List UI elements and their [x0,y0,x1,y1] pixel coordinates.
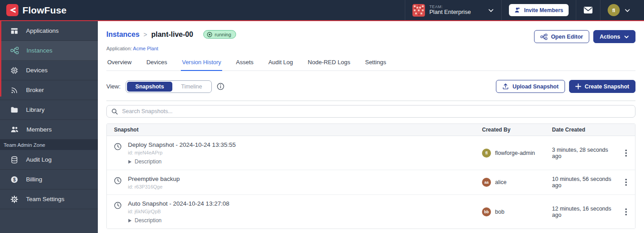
devices-icon [10,66,18,75]
flowfuse-logo[interactable]: FlowFuse [6,4,66,16]
main-content: Instances > plant-live-00 running Open E… [98,21,644,233]
create-snapshot-label: Create Snapshot [585,84,629,90]
kebab-icon [625,149,627,157]
table-row[interactable]: Deploy Snapshot - 2024-10-24 13:35:55 id… [107,136,635,170]
sidebar-item-members[interactable]: Members [0,120,98,140]
tab-node-red-logs[interactable]: Node-RED Logs [307,59,351,70]
date-created: 12 minutes, 16 seconds ago [552,195,617,229]
instance-tabs: Overview Devices Version History Assets … [106,59,635,71]
toggle-snapshots[interactable]: Snapshots [127,82,173,92]
sidebar-nav: Applications Instances Devices Broker Li… [0,21,98,233]
table-row[interactable]: Auto Snapshot - 2024-10-24 13:27:08 id: … [107,195,635,229]
breadcrumb: Instances > plant-live-00 running [106,30,236,39]
snapshot-title: Deploy Snapshot - 2024-10-24 13:35:55 [128,141,236,148]
creator-avatar: bb [482,207,491,216]
instances-icon [10,46,19,55]
status-badge-label: running [215,32,231,37]
clock-icon [114,202,122,209]
sidebar-item-label: Billing [26,176,42,183]
create-snapshot-button[interactable]: Create Snapshot [569,80,635,93]
application-link[interactable]: Acme Plant [133,46,158,51]
tab-audit-log[interactable]: Audit Log [267,59,294,70]
status-badge: running [203,30,236,39]
description-label: Description [135,158,162,165]
invite-members-button[interactable]: Invite Members [509,4,569,16]
snapshot-search [106,105,635,118]
clock-icon [114,143,122,150]
team-selector[interactable]: TEAM: Plant Enterprise [405,0,501,20]
sidebar-item-audit-log[interactable]: Audit Log [0,150,98,170]
gear-icon [10,195,18,203]
creator-name: alice [495,179,507,185]
sidebar-item-label: Instances [26,47,53,54]
chevron-down-icon [624,34,629,40]
sidebar-item-billing[interactable]: $ Billing [0,170,98,189]
sidebar-item-team-settings[interactable]: Team Settings [0,189,98,209]
sidebar-item-broker[interactable]: Broker [0,80,98,100]
tab-devices[interactable]: Devices [145,59,168,70]
breadcrumb-separator: > [144,31,147,38]
date-created: 10 minutes, 56 seconds ago [552,170,617,194]
column-header-created-by: Created By [482,127,552,133]
sidebar-item-label: Devices [26,67,48,74]
description-expander[interactable]: Description [128,217,229,224]
table-header: Snapshot Created By Date Created [107,124,635,136]
column-header-date-created: Date Created [552,127,617,133]
team-admin-zone-label: Team Admin Zone [0,140,98,150]
column-header-snapshot: Snapshot [107,127,482,133]
sidebar-item-label: Team Settings [26,196,65,202]
tab-assets[interactable]: Assets [235,59,254,70]
sidebar-item-devices[interactable]: Devices [0,61,98,80]
table-row[interactable]: Preemptive backup id: r63P316Qge aa alic… [107,170,635,195]
plus-icon [575,84,581,89]
info-icon[interactable] [217,83,224,90]
chevron-down-icon [624,7,631,13]
upload-snapshot-button[interactable]: Upload Snapshot [496,80,565,93]
creator-name: bob [495,209,504,215]
sidebar-item-library[interactable]: Library [0,100,98,120]
date-created: 3 minutes, 28 seconds ago [552,136,617,170]
sidebar-item-label: Applications [26,27,59,34]
description-label: Description [135,217,162,224]
row-kebab-menu[interactable] [617,170,635,194]
search-input[interactable] [122,108,631,114]
team-avatar-icon [412,4,425,17]
mail-icon [583,6,593,14]
sidebar-item-label: Audit Log [26,156,52,163]
brand-name: FlowFuse [22,5,66,16]
tab-version-history[interactable]: Version History [181,59,222,71]
upload-snapshot-label: Upload Snapshot [513,84,559,90]
user-plus-icon [514,7,521,13]
actions-label: Actions [600,34,620,40]
creator-name: flowforge-admin [495,150,535,156]
open-editor-button[interactable]: Open Editor [534,30,590,43]
sidebar-item-applications[interactable]: Applications [0,21,98,41]
actions-button[interactable]: Actions [593,30,635,43]
upload-icon [502,83,509,90]
tab-settings[interactable]: Settings [364,59,387,70]
breadcrumb-instances-link[interactable]: Instances [106,31,140,39]
sidebar-item-label: Members [26,126,52,133]
audit-log-icon [10,156,18,164]
snapshot-title: Auto Snapshot - 2024-10-24 13:27:08 [128,200,229,207]
members-icon [10,125,19,134]
triangle-right-icon [128,160,131,164]
clock-icon [114,177,122,185]
snapshot-id: id: j6kNGjrQpB [128,209,229,214]
applications-icon [10,27,18,35]
snapshot-id: id: r63P316Qge [128,184,180,189]
view-label: View: [106,83,121,90]
view-toggle: Snapshots Timeline [126,80,212,93]
row-kebab-menu[interactable] [617,195,635,229]
sidebar-item-instances[interactable]: Instances [0,41,98,61]
creator-avatar: aa [482,178,491,187]
user-menu[interactable]: fl [600,0,638,20]
notifications-section[interactable] [576,0,600,20]
tab-overview[interactable]: Overview [106,59,132,70]
toolbar-divider [106,101,635,101]
chevron-down-icon [488,7,494,13]
description-expander[interactable]: Description [128,158,236,165]
snapshot-title: Preemptive backup [128,176,180,182]
toggle-timeline[interactable]: Timeline [172,82,210,92]
row-kebab-menu[interactable] [617,136,635,170]
